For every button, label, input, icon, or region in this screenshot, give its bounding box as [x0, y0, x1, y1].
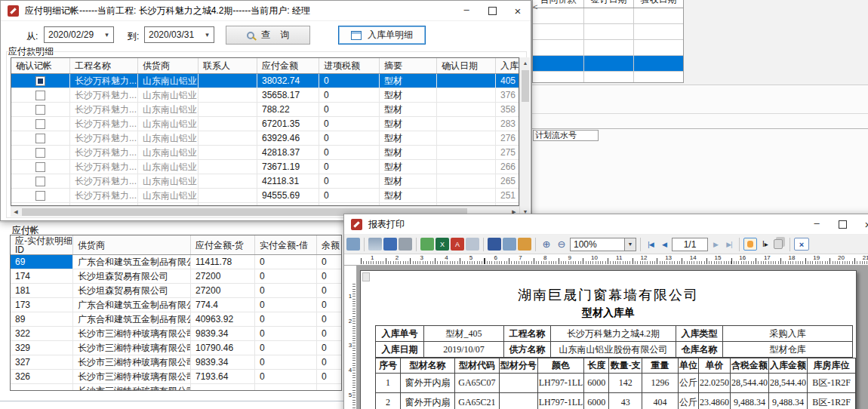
table-row[interactable]: 326 长沙市三湘特种玻璃有限公司 7193.64 0 0 — [11, 370, 341, 384]
from-date-select[interactable]: 2020/02/29 ▾ — [44, 26, 114, 43]
table-row[interactable] — [533, 40, 683, 56]
confirm-date-cell — [437, 189, 496, 202]
column-header[interactable]: 联系人 — [199, 58, 257, 73]
column-header[interactable]: 应-实付款明细ID — [11, 235, 73, 254]
plan-serial-field[interactable]: 计划流水号 — [533, 130, 599, 141]
payable-detail-window: 应付明细记帐------当前工程: 长沙万科魅力之城4.2期------当前用户… — [0, 0, 531, 221]
column-header[interactable]: 供货商 — [73, 235, 191, 254]
table-row[interactable]: 181 长沙坦森贸易有限公司 27200 0 0 — [11, 284, 341, 298]
minimize-icon[interactable] — [804, 214, 830, 234]
checkbox[interactable] — [35, 119, 45, 129]
report-preview-area[interactable]: 12345 湖南巨晟门窗幕墙有限公司 型材入库单 入库单号 型材_405 工程名… — [344, 266, 868, 409]
column-header[interactable]: 摘要 — [380, 58, 437, 73]
table-row[interactable]: 329 长沙市三湘特种玻璃有限公司 10790.46 0 0 — [11, 341, 341, 355]
zoom-out-icon[interactable]: ⊖ — [555, 238, 568, 251]
titlebar[interactable]: 应付明细记帐------当前工程: 长沙万科魅力之城4.2期------当前用户… — [1, 1, 531, 21]
hand-tool-icon[interactable] — [743, 238, 757, 251]
table-row[interactable]: 长沙万科魅力... 山东南山铝业... 67201.35 0 型材 283 — [11, 117, 519, 131]
column-header[interactable]: 确认记帐 — [11, 58, 70, 73]
table-row[interactable] — [533, 56, 683, 72]
column-header[interactable]: 供货商 — [138, 58, 199, 73]
table-row[interactable]: 174 长沙坦森贸易有限公司 27200 0 0 — [11, 269, 341, 284]
settings-icon[interactable] — [399, 238, 412, 251]
text-export-icon[interactable] — [503, 238, 516, 251]
first-page-icon[interactable]: |◀ — [645, 241, 657, 248]
chevron-down-icon[interactable]: ▾ — [100, 31, 113, 38]
table-row[interactable]: 长沙万科魅力... 山东南山铝业... 42818.37 0 型材 275 — [11, 146, 519, 160]
column-header[interactable]: 应付金额-货 — [191, 235, 255, 254]
table-row[interactable]: 69 广东合和建筑五金制品有限公司 11411.78 0 0 — [11, 255, 341, 269]
checkbox[interactable] — [35, 76, 45, 86]
table-row[interactable] — [533, 24, 683, 40]
close-preview-icon[interactable]: × — [794, 238, 809, 251]
checkbox[interactable] — [35, 162, 45, 172]
maximize-icon[interactable] — [830, 214, 855, 234]
table-row[interactable]: 89 广东合和建筑五金制品有限公司 40963.92 0 0 — [11, 312, 341, 327]
minimize-icon[interactable] — [454, 1, 479, 20]
to-date-select[interactable]: 2020/03/31 ▾ — [144, 26, 214, 43]
book-icon[interactable] — [383, 238, 397, 251]
grid-body: 69 广东合和建筑五金制品有限公司 11411.78 0 0 174 长沙坦森贸… — [11, 255, 341, 391]
column-header[interactable]: 进项税额 — [319, 58, 380, 73]
scroll-left-icon[interactable]: ◀ — [11, 207, 21, 217]
supplier-cell: 山东南山铝业... — [138, 160, 199, 174]
table-row[interactable]: 长沙万科魅力... 山东南山铝业... 35658.17 0 型材 376 — [11, 88, 519, 103]
table-row[interactable]: 327 长沙市三湘特种玻璃有限公司 9839.34 0 0 — [11, 355, 341, 370]
table-row[interactable]: 173 广东合和建筑五金制品有限公司 774.4 0 0 — [11, 298, 341, 312]
column-header[interactable]: 确认日期 — [437, 58, 496, 73]
html-export-icon[interactable] — [518, 238, 531, 251]
column-header[interactable]: 入库 — [496, 58, 519, 73]
save-icon[interactable] — [488, 238, 501, 251]
id-cell: 322 — [11, 327, 73, 340]
table-row[interactable]: 长沙万科魅力... 山东南山铝业... 94555.69 0 型材 251 — [11, 189, 519, 203]
excel-export-icon[interactable]: X — [436, 238, 449, 251]
checkbox[interactable] — [35, 177, 45, 186]
vertical-scrollbar[interactable]: ▲ ▼ — [519, 57, 530, 217]
query-button[interactable]: 查 询 — [226, 26, 310, 45]
inbound-detail-button[interactable]: 入库单明细 — [338, 26, 426, 45]
table-row[interactable] — [533, 8, 683, 24]
table-row[interactable]: 长沙万科魅力... 山东南山铝业... 38032.74 0 型材 405 — [11, 74, 519, 88]
last-page-icon[interactable]: ▶| — [723, 241, 735, 248]
paid-cell: 0 — [255, 298, 317, 312]
confirm-cell — [11, 117, 70, 131]
maximize-icon[interactable] — [479, 1, 505, 20]
copy-icon[interactable] — [774, 239, 783, 249]
export-icon[interactable] — [420, 238, 434, 251]
zoom-level-select[interactable]: 100% ▼ — [570, 238, 636, 251]
close-icon[interactable] — [855, 214, 868, 234]
column-header[interactable]: 余额 — [317, 235, 341, 254]
document-icon[interactable] — [346, 238, 360, 251]
chevron-down-icon[interactable]: ▼ — [624, 238, 636, 251]
checkbox[interactable] — [35, 191, 45, 201]
pdf-export-icon[interactable]: A — [451, 238, 464, 251]
close-icon[interactable] — [505, 1, 531, 20]
checkbox[interactable] — [35, 91, 45, 100]
page-number-field[interactable]: 1/1 — [672, 238, 708, 251]
checkbox[interactable] — [35, 134, 45, 143]
table-row[interactable]: 长沙万科魅力... 山东南山铝业... 788.22 0 型材 358 — [11, 103, 519, 117]
table-row[interactable]: 长沙万科魅力... 山东南山铝业... 73671.19 0 型材 266 — [11, 160, 519, 174]
table-row[interactable]: 322 长沙市三湘特种玻璃有限公司 9839.34 0 0 — [11, 327, 341, 341]
scrollbar-thumb[interactable] — [522, 70, 529, 102]
print-icon[interactable] — [368, 238, 382, 251]
previous-page-icon[interactable]: ◀ — [658, 241, 670, 248]
table-row[interactable]: 长沙万科魅力... 山东南山铝业... 42118.31 0 型材 265 — [11, 174, 519, 189]
zoom-in-icon[interactable]: ⊕ — [540, 238, 553, 251]
text-select-icon[interactable]: I▸ — [759, 238, 772, 251]
table-row[interactable] — [533, 72, 683, 83]
table-row[interactable]: 长沙万科魅力... 山东南山铝业... 63929.46 0 型材 276 — [11, 131, 519, 146]
chevron-down-icon[interactable]: ▾ — [201, 31, 214, 38]
checkbox[interactable] — [35, 148, 45, 158]
scroll-up-icon[interactable]: ▲ — [520, 57, 531, 68]
table-row[interactable]: 长沙市三湘特种玻璃有限公司 — [11, 384, 341, 391]
titlebar[interactable]: 报表打印 — [344, 214, 868, 235]
report-item-row: 1 窗外开内扇 GA65C07 LH797-1LL 6000 142 1296 … — [376, 374, 856, 393]
mail-icon[interactable] — [466, 238, 479, 251]
column-header[interactable]: 应付金额 — [257, 58, 319, 73]
column-header[interactable]: 实付金额-借 — [255, 235, 317, 254]
confirm-date-cell — [437, 131, 496, 145]
next-page-icon[interactable]: ▶ — [709, 241, 722, 248]
checkbox[interactable] — [35, 105, 45, 115]
column-header[interactable]: 工程名称 — [70, 58, 138, 73]
